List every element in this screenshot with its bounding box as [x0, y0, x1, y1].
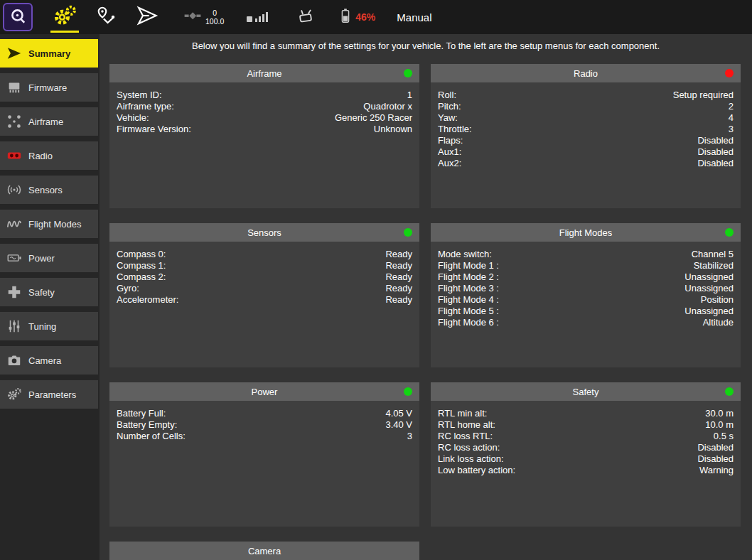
row-value: Altitude: [703, 317, 734, 328]
fly-view-button[interactable]: [127, 0, 168, 34]
panel-title: Flight Modes: [559, 227, 612, 238]
summary-row: Battery Empty:3.40 V: [117, 419, 412, 431]
status-indicator-red: [725, 69, 734, 77]
row-value: Disabled: [697, 146, 734, 158]
summary-panel-camera[interactable]: Camera: [109, 542, 419, 560]
radio-icon: [6, 147, 23, 164]
row-value: 2: [729, 101, 734, 112]
row-label: Flaps:: [438, 135, 463, 146]
gps-indicator[interactable]: 0 100.0: [183, 6, 224, 28]
summary-row: Link loss action:Disabled: [438, 453, 734, 465]
row-label: Compass 1:: [117, 260, 166, 271]
summary-panel-flight-modes[interactable]: Flight ModesMode switch:Channel 5Flight …: [431, 223, 741, 367]
setup-sidebar: SummaryFirmwareAirframeRadioSensorsFligh…: [0, 34, 100, 560]
rc-rssi-indicator[interactable]: [295, 6, 316, 28]
row-value: Unassigned: [684, 306, 734, 317]
sliders-icon: [6, 318, 23, 335]
sidebar-item-label: Firmware: [28, 82, 67, 93]
summary-row: Flight Mode 3 :Unassigned: [438, 283, 734, 294]
setup-view-button[interactable]: [44, 0, 85, 34]
summary-row: Battery Full:4.05 V: [117, 408, 412, 419]
row-label: Flight Mode 1 :: [438, 260, 499, 271]
rc-transmitter-icon: [295, 6, 316, 28]
row-label: Link loss action:: [438, 453, 504, 465]
gps-satellite-count: 0: [213, 9, 217, 17]
summary-row: Compass 1:Ready: [117, 260, 412, 271]
sidebar-item-camera[interactable]: Camera: [0, 346, 98, 375]
sidebar-item-label: Summary: [28, 48, 70, 59]
summary-row: Roll:Setup required: [438, 90, 734, 101]
panel-title: Sensors: [247, 227, 281, 238]
status-indicator-green: [404, 69, 412, 77]
summary-row: Flight Mode 5 :Unassigned: [438, 306, 734, 317]
sidebar-item-label: Radio: [28, 151, 53, 161]
row-value: Unassigned: [684, 283, 734, 294]
row-label: Roll:: [438, 90, 456, 101]
battery-indicator[interactable]: 46%: [338, 6, 375, 28]
summary-panel-airframe[interactable]: AirframeSystem ID:1Airframe type:Quadrot…: [109, 64, 419, 208]
row-value: Position: [701, 294, 734, 306]
sidebar-item-parameters[interactable]: Parameters: [0, 380, 98, 409]
sidebar-item-firmware[interactable]: Firmware: [0, 73, 98, 102]
row-value: Ready: [385, 294, 412, 306]
summary-panel-power[interactable]: PowerBattery Full:4.05 VBattery Empty:3.…: [109, 382, 419, 527]
row-value: 3: [729, 124, 734, 135]
sidebar-item-label: Airframe: [28, 117, 63, 127]
row-value: 4.05 V: [385, 408, 412, 419]
telemetry-rssi-indicator[interactable]: [245, 6, 269, 28]
row-value: Disabled: [697, 453, 734, 465]
flight-mode-indicator[interactable]: Manual: [397, 11, 431, 23]
row-label: Compass 0:: [117, 249, 166, 260]
panel-header: Flight Modes: [431, 223, 741, 242]
sidebar-item-safety[interactable]: Safety: [0, 278, 98, 306]
row-value: Setup required: [673, 90, 734, 101]
battery-toolbar-icon: [338, 6, 353, 28]
summary-panel-sensors[interactable]: SensorsCompass 0:ReadyCompass 1:ReadyCom…: [109, 223, 419, 367]
airframe-icon: [6, 113, 23, 130]
row-value: Disabled: [697, 158, 734, 169]
row-label: Yaw:: [438, 112, 458, 124]
row-label: Battery Full:: [117, 408, 166, 419]
summary-row: Vehicle:Generic 250 Racer: [117, 112, 412, 124]
sidebar-item-sensors[interactable]: Sensors: [0, 176, 98, 204]
telemetry-signal-icon: [245, 6, 269, 28]
paper-plane-icon: [6, 45, 23, 62]
panel-body: Mode switch:Channel 5Flight Mode 1 :Stab…: [431, 242, 741, 328]
sidebar-item-label: Tuning: [28, 321, 56, 332]
row-label: Flight Mode 4 :: [438, 294, 499, 306]
satellite-icon: [183, 6, 202, 28]
summary-row: Flight Mode 6 :Altitude: [438, 317, 734, 328]
row-value: Generic 250 Racer: [335, 112, 412, 124]
row-label: Flight Mode 6 :: [438, 317, 499, 328]
row-label: Flight Mode 5 :: [438, 306, 499, 317]
row-label: RTL min alt:: [438, 408, 487, 419]
sidebar-item-summary[interactable]: Summary: [0, 39, 98, 68]
plan-view-button[interactable]: [85, 0, 127, 34]
qgc-logo[interactable]: [3, 3, 33, 31]
sidebar-item-airframe[interactable]: Airframe: [0, 107, 98, 136]
panel-body: System ID:1Airframe type:Quadrotor xVehi…: [109, 82, 419, 135]
row-value: 10.0 m: [705, 419, 734, 431]
sidebar-item-flight-modes[interactable]: Flight Modes: [0, 210, 98, 238]
summary-panel-radio[interactable]: RadioRoll:Setup requiredPitch:2Yaw:4Thro…: [431, 64, 741, 208]
row-value: Disabled: [697, 442, 734, 453]
row-value: 3.40 V: [385, 419, 412, 431]
summary-panel-safety[interactable]: SafetyRTL min alt:30.0 mRTL home alt:10.…: [431, 382, 741, 527]
row-value: Channel 5: [692, 249, 734, 260]
sidebar-item-tuning[interactable]: Tuning: [0, 312, 98, 340]
sidebar-item-power[interactable]: Power: [0, 244, 98, 272]
panel-title: Radio: [574, 68, 598, 79]
battery-icon: [6, 249, 23, 266]
row-label: Aux1:: [438, 146, 461, 158]
row-label: Low battery action:: [438, 465, 515, 476]
summary-row: Throttle:3: [438, 124, 734, 135]
row-label: Throttle:: [438, 124, 472, 135]
panel-title: Safety: [573, 387, 599, 397]
summary-row: Number of Cells:3: [117, 431, 412, 442]
row-label: Vehicle:: [117, 112, 149, 124]
waypoint-plan-icon: [95, 5, 117, 29]
panel-title: Airframe: [247, 68, 281, 79]
sidebar-item-radio[interactable]: Radio: [0, 141, 98, 170]
gps-values: 0 100.0: [205, 9, 224, 26]
row-label: Airframe type:: [117, 101, 174, 112]
